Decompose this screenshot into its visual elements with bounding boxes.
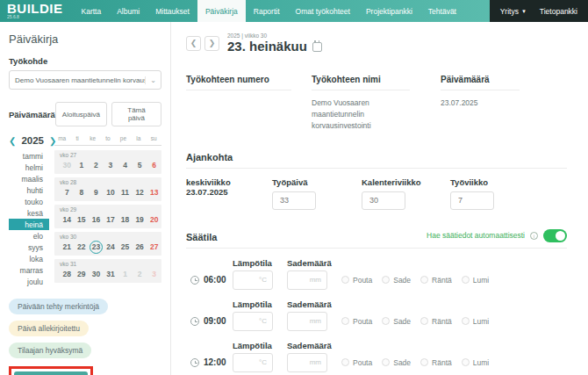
print-view-button[interactable]: Tulostusnäkymä <box>14 371 88 375</box>
condition-pouta[interactable]: Pouta <box>341 317 372 326</box>
condition-sade[interactable]: Sade <box>382 276 411 285</box>
rainfall-input[interactable] <box>287 353 327 372</box>
month-loka[interactable]: loka <box>9 253 49 264</box>
day-cell[interactable]: 31 <box>104 267 118 281</box>
next-day-button[interactable]: ❯ <box>204 36 219 51</box>
month-syys[interactable]: syys <box>9 242 49 253</box>
condition-radio[interactable] <box>382 276 390 284</box>
day-cell[interactable]: 7 <box>60 185 75 199</box>
start-day-button[interactable]: Aloituspäivä <box>55 102 107 126</box>
condition-sade[interactable]: Sade <box>382 358 411 367</box>
kalenteriviikko-input[interactable] <box>362 191 405 210</box>
condition-radio[interactable] <box>420 358 428 366</box>
condition-radio[interactable] <box>462 317 470 325</box>
day-cell[interactable]: 27 <box>147 240 161 254</box>
day-cell[interactable]: 20 <box>147 213 161 227</box>
info-icon[interactable]: i <box>530 232 538 240</box>
condition-r-nt-[interactable]: Räntä <box>420 358 452 367</box>
month-maalis[interactable]: maalis <box>9 173 49 184</box>
condition-radio[interactable] <box>382 317 390 325</box>
nav-item-p-iv-kirja[interactable]: Päiväkirja <box>197 0 246 22</box>
condition-sade[interactable]: Sade <box>382 317 411 326</box>
month-elo[interactable]: elo <box>9 230 49 242</box>
month-touko[interactable]: touko <box>9 196 49 207</box>
day-cell[interactable]: 18 <box>118 213 133 227</box>
condition-radio[interactable] <box>341 276 349 284</box>
day-cell[interactable]: 30 <box>60 158 75 172</box>
condition-radio[interactable] <box>341 317 349 325</box>
auto-weather-toggle[interactable] <box>543 229 567 242</box>
day-cell[interactable]: 24 <box>104 240 118 254</box>
nav-item-kartta[interactable]: Kartta <box>74 0 110 22</box>
nav-item-mittaukset[interactable]: Mittaukset <box>147 0 197 22</box>
day-cell[interactable]: 26 <box>133 240 147 254</box>
day-cell[interactable]: 13 <box>147 185 161 199</box>
day-cell[interactable]: 10 <box>104 185 118 199</box>
day-cell[interactable]: 6 <box>147 158 161 172</box>
day-cell[interactable]: 22 <box>75 240 90 254</box>
ty-viikko-input[interactable] <box>450 191 494 210</box>
condition-r-nt-[interactable]: Räntä <box>420 317 452 326</box>
nav-item-omat-ty-kohteet[interactable]: Omat työkohteet <box>288 0 358 22</box>
nav-item-teht-v-t[interactable]: Tehtävät <box>420 0 464 22</box>
condition-radio[interactable] <box>462 276 470 284</box>
month-hein-[interactable]: heinä <box>9 219 49 230</box>
condition-lumi[interactable]: Lumi <box>462 358 489 367</box>
day-cell[interactable]: 5 <box>133 158 147 172</box>
condition-pouta[interactable]: Pouta <box>341 276 372 285</box>
day-cell[interactable]: 30 <box>89 267 104 281</box>
today-button[interactable]: Tämä päivä <box>111 102 161 126</box>
day-cell[interactable]: 11 <box>118 185 133 199</box>
rainfall-input[interactable] <box>287 270 327 290</box>
month-joulu[interactable]: joulu <box>9 276 49 287</box>
day-cell[interactable]: 28 <box>60 267 75 281</box>
day-cell[interactable]: 9 <box>89 185 104 199</box>
day-cell[interactable]: 8 <box>75 185 90 199</box>
temperature-input[interactable] <box>233 270 273 290</box>
month-huhti[interactable]: huhti <box>9 184 49 196</box>
temperature-input[interactable] <box>233 353 273 372</box>
ty-p-iv--input[interactable] <box>272 191 316 210</box>
condition-radio[interactable] <box>382 358 390 366</box>
day-cell[interactable]: 19 <box>133 213 147 227</box>
condition-pouta[interactable]: Pouta <box>341 358 372 367</box>
condition-r-nt-[interactable]: Räntä <box>420 276 452 285</box>
condition-radio[interactable] <box>462 358 470 366</box>
day-cell-selected[interactable]: 23 <box>89 240 104 254</box>
condition-lumi[interactable]: Lumi <box>462 317 489 326</box>
nav-right-yritys[interactable]: Yritys▼ <box>500 7 527 16</box>
nav-right-tietopankki[interactable]: Tietopankki <box>540 7 577 16</box>
day-cell[interactable]: 14 <box>60 213 75 227</box>
day-cell[interactable]: 1 <box>75 158 90 172</box>
day-cell[interactable]: 25 <box>118 240 133 254</box>
day-cell[interactable]: 2 <box>133 267 147 281</box>
day-cell[interactable]: 16 <box>89 213 104 227</box>
day-cell[interactable]: 15 <box>75 213 90 227</box>
day-cell[interactable]: 3 <box>147 267 161 281</box>
day-cell[interactable]: 29 <box>75 267 90 281</box>
day-cell[interactable]: 12 <box>133 185 147 199</box>
month-helmi[interactable]: helmi <box>9 162 49 173</box>
app-logo[interactable]: BUILDIE 25.6.8 <box>0 0 74 22</box>
month-kes-[interactable]: kesä <box>9 207 49 219</box>
prev-day-button[interactable]: ❮ <box>186 36 201 51</box>
month-marras[interactable]: marras <box>9 264 49 276</box>
rainfall-input[interactable] <box>287 312 327 331</box>
month-tammi[interactable]: tammi <box>9 150 49 162</box>
day-cell[interactable]: 2 <box>89 158 104 172</box>
day-cell[interactable]: 4 <box>118 158 133 172</box>
nav-item-projektipankki[interactable]: Projektipankki <box>358 0 420 22</box>
day-cell[interactable]: 3 <box>104 158 118 172</box>
temperature-input[interactable] <box>233 312 273 331</box>
day-cell[interactable]: 21 <box>60 240 75 254</box>
condition-radio[interactable] <box>341 358 349 366</box>
nav-item-raportit[interactable]: Raportit <box>246 0 288 22</box>
condition-lumi[interactable]: Lumi <box>462 276 489 285</box>
worksite-select[interactable]: Demo Vuosaaren maantietunnelin korvausin… <box>9 70 161 90</box>
condition-radio[interactable] <box>420 276 428 284</box>
day-cell[interactable]: 17 <box>104 213 118 227</box>
nav-item-albumi[interactable]: Albumi <box>109 0 147 22</box>
prev-year-icon[interactable]: ❮ <box>9 136 16 146</box>
condition-radio[interactable] <box>420 317 428 325</box>
calendar-icon[interactable] <box>312 42 322 52</box>
